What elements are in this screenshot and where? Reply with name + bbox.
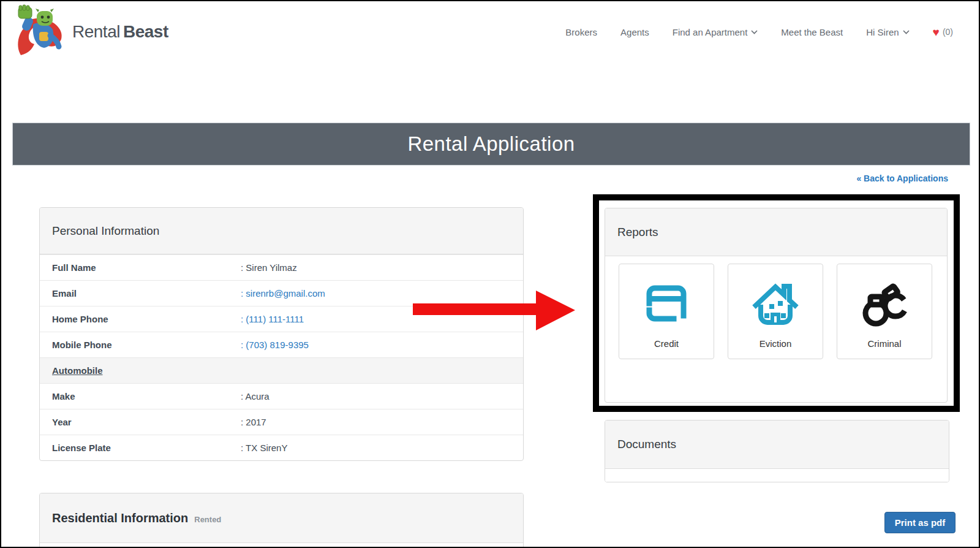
nav-user-menu[interactable]: Hi Siren [866, 27, 909, 37]
panel-title: Documents [617, 438, 676, 451]
email-link[interactable]: : sirenrb@gmail.com [241, 288, 325, 299]
criminal-report-card[interactable]: Criminal [837, 264, 932, 359]
panel-header: Personal Information [40, 208, 523, 254]
panel-header: Reports [605, 208, 947, 256]
card-label: Criminal [867, 338, 901, 359]
field-label: Home Phone [52, 314, 241, 324]
panel-title: Personal Information [52, 224, 159, 238]
chevron-down-icon [751, 30, 758, 34]
heart-icon: ♥ [933, 26, 940, 38]
favorites-count: (0) [943, 27, 953, 37]
field-label: Full Name [52, 262, 241, 273]
nav-brokers[interactable]: Brokers [565, 27, 597, 37]
table-row: Year : 2017 [40, 409, 523, 435]
back-to-applications-link[interactable]: « Back to Applications [856, 173, 948, 183]
field-value: : TX SirenY [241, 443, 287, 453]
rental-beast-logo[interactable]: RentalBeast [13, 4, 168, 60]
brand-name: RentalBeast [72, 22, 168, 42]
nav-meet-the-beast[interactable]: Meet the Beast [781, 27, 843, 37]
credit-report-card[interactable]: Credit [619, 264, 714, 359]
table-row: Make : Acura [40, 383, 523, 409]
page-title: Rental Application [407, 132, 575, 156]
documents-panel: Documents [605, 420, 949, 482]
field-label: Mobile Phone [52, 340, 241, 350]
table-row: Home Phone : (111) 111-1111 [40, 306, 523, 332]
personal-information-panel: Personal Information Full Name : Siren Y… [39, 207, 524, 461]
annotation-highlight-box: Reports Credit [593, 194, 960, 412]
field-value: : Siren Yilmaz [241, 262, 297, 273]
home-phone-link[interactable]: : (111) 111-1111 [241, 314, 304, 324]
field-label: Make [52, 391, 241, 401]
card-label: Credit [654, 338, 679, 359]
page-banner: Rental Application [12, 123, 970, 166]
card-label: Eviction [760, 338, 792, 359]
field-label: Email [52, 288, 241, 299]
panel-header: Residential Information Rented [40, 493, 523, 543]
status-badge: Rented [194, 512, 221, 524]
page: RentalBeast Brokers Agents Find an Apart… [0, 0, 980, 548]
field-value: : 2017 [241, 417, 266, 427]
handcuffs-icon [856, 264, 913, 338]
credit-card-icon [641, 264, 692, 338]
chevron-down-icon [903, 30, 910, 34]
beast-mascot-icon [13, 4, 70, 60]
mobile-phone-link[interactable]: : (703) 819-9395 [241, 340, 309, 350]
panel-title: Residential Information [52, 511, 188, 525]
panel-header: Documents [605, 421, 949, 469]
report-cards: Credit [605, 256, 947, 359]
residential-information-panel: Residential Information Rented [39, 493, 524, 548]
house-icon [749, 264, 802, 338]
table-row: Full Name : Siren Yilmaz [40, 254, 523, 280]
table-row: Email : sirenrb@gmail.com [40, 280, 523, 306]
reports-panel: Reports Credit [605, 208, 948, 403]
field-label: License Plate [52, 443, 241, 453]
panel-title: Reports [617, 226, 658, 239]
documents-body [605, 469, 949, 482]
print-as-pdf-button[interactable]: Print as pdf [884, 512, 956, 533]
nav-find-an-apartment[interactable]: Find an Apartment [673, 27, 758, 37]
table-row: License Plate : TX SirenY [40, 435, 523, 460]
favorites-button[interactable]: ♥ (0) [933, 26, 953, 38]
nav-agents[interactable]: Agents [620, 27, 649, 37]
table-row: Mobile Phone : (703) 819-9395 [40, 332, 523, 357]
top-nav: Brokers Agents Find an Apartment Meet th… [565, 1, 953, 63]
field-label: Year [52, 417, 241, 427]
section-subheader-automobile: Automobile [40, 357, 523, 383]
field-value: : Acura [241, 391, 270, 401]
eviction-report-card[interactable]: Eviction [728, 264, 823, 359]
section-label: Automobile [52, 365, 103, 376]
